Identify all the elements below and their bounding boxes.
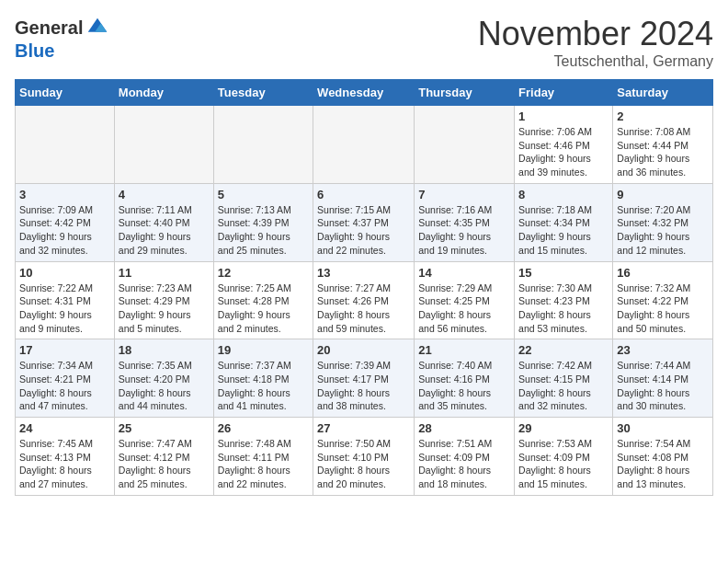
logo: General Blue (15, 15, 110, 62)
day-number: 17 (19, 343, 110, 357)
day-info: Sunrise: 7:32 AM Sunset: 4:22 PM Dayligh… (617, 282, 709, 336)
day-info: Sunrise: 7:42 AM Sunset: 4:15 PM Dayligh… (518, 359, 609, 413)
calendar-week-row: 3Sunrise: 7:09 AM Sunset: 4:42 PM Daylig… (16, 183, 713, 261)
day-info: Sunrise: 7:18 AM Sunset: 4:34 PM Dayligh… (518, 203, 609, 258)
day-number: 11 (119, 266, 210, 280)
day-number: 12 (218, 266, 309, 280)
day-number: 3 (19, 188, 110, 201)
weekday-header: Sunday (16, 80, 115, 106)
calendar-day-cell: 11Sunrise: 7:23 AM Sunset: 4:29 PM Dayli… (114, 261, 213, 339)
calendar-day-cell: 19Sunrise: 7:37 AM Sunset: 4:18 PM Dayli… (213, 339, 313, 418)
day-number: 19 (218, 343, 309, 357)
calendar-day-cell: 13Sunrise: 7:27 AM Sunset: 4:26 PM Dayli… (313, 261, 415, 339)
calendar-day-cell: 7Sunrise: 7:16 AM Sunset: 4:35 PM Daylig… (415, 183, 515, 261)
calendar-day-cell: 1Sunrise: 7:06 AM Sunset: 4:46 PM Daylig… (515, 106, 613, 184)
day-info: Sunrise: 7:39 AM Sunset: 4:17 PM Dayligh… (317, 359, 410, 413)
location-title: Teutschenthal, Germany (478, 53, 713, 70)
calendar-day-cell: 22Sunrise: 7:42 AM Sunset: 4:15 PM Dayli… (515, 339, 613, 418)
calendar-day-cell: 15Sunrise: 7:30 AM Sunset: 4:23 PM Dayli… (515, 261, 613, 339)
day-info: Sunrise: 7:06 AM Sunset: 4:46 PM Dayligh… (518, 125, 609, 179)
day-info: Sunrise: 7:48 AM Sunset: 4:11 PM Dayligh… (218, 437, 309, 491)
day-number: 20 (317, 343, 410, 357)
day-number: 18 (119, 343, 210, 357)
day-info: Sunrise: 7:25 AM Sunset: 4:28 PM Dayligh… (218, 282, 309, 336)
calendar-day-cell: 8Sunrise: 7:18 AM Sunset: 4:34 PM Daylig… (515, 183, 613, 261)
day-info: Sunrise: 7:16 AM Sunset: 4:35 PM Dayligh… (418, 203, 510, 258)
day-number: 4 (119, 188, 210, 201)
calendar-day-cell: 27Sunrise: 7:50 AM Sunset: 4:10 PM Dayli… (313, 418, 415, 496)
calendar-table: SundayMondayTuesdayWednesdayThursdayFrid… (15, 79, 713, 496)
day-info: Sunrise: 7:29 AM Sunset: 4:25 PM Dayligh… (418, 282, 510, 336)
logo-general-text: General (15, 17, 83, 39)
day-info: Sunrise: 7:47 AM Sunset: 4:12 PM Dayligh… (119, 437, 210, 491)
day-info: Sunrise: 7:54 AM Sunset: 4:08 PM Dayligh… (617, 437, 709, 491)
calendar-day-cell: 6Sunrise: 7:15 AM Sunset: 4:37 PM Daylig… (313, 183, 415, 261)
day-number: 5 (218, 188, 309, 201)
day-number: 29 (518, 421, 609, 435)
day-number: 23 (617, 343, 709, 357)
calendar-day-cell: 2Sunrise: 7:08 AM Sunset: 4:44 PM Daylig… (613, 106, 713, 184)
day-number: 30 (617, 421, 709, 435)
day-number: 15 (518, 266, 609, 280)
calendar-day-cell (114, 106, 213, 184)
calendar-day-cell: 18Sunrise: 7:35 AM Sunset: 4:20 PM Dayli… (114, 339, 213, 418)
day-info: Sunrise: 7:23 AM Sunset: 4:29 PM Dayligh… (119, 282, 210, 336)
month-title: November 2024 (478, 15, 713, 53)
day-number: 16 (617, 266, 709, 280)
calendar-day-cell: 12Sunrise: 7:25 AM Sunset: 4:28 PM Dayli… (213, 261, 313, 339)
day-info: Sunrise: 7:35 AM Sunset: 4:20 PM Dayligh… (119, 359, 210, 413)
calendar-day-cell: 30Sunrise: 7:54 AM Sunset: 4:08 PM Dayli… (613, 418, 713, 496)
weekday-header: Thursday (415, 80, 515, 106)
calendar-day-cell: 28Sunrise: 7:51 AM Sunset: 4:09 PM Dayli… (415, 418, 515, 496)
day-number: 27 (317, 421, 410, 435)
day-info: Sunrise: 7:08 AM Sunset: 4:44 PM Dayligh… (617, 125, 709, 179)
calendar-day-cell: 29Sunrise: 7:53 AM Sunset: 4:09 PM Dayli… (515, 418, 613, 496)
day-info: Sunrise: 7:22 AM Sunset: 4:31 PM Dayligh… (19, 282, 110, 336)
day-info: Sunrise: 7:15 AM Sunset: 4:37 PM Dayligh… (317, 203, 410, 258)
calendar-day-cell: 4Sunrise: 7:11 AM Sunset: 4:40 PM Daylig… (114, 183, 213, 261)
day-info: Sunrise: 7:40 AM Sunset: 4:16 PM Dayligh… (418, 359, 510, 413)
logo-icon (85, 15, 110, 40)
day-info: Sunrise: 7:34 AM Sunset: 4:21 PM Dayligh… (19, 359, 110, 413)
calendar-day-cell: 23Sunrise: 7:44 AM Sunset: 4:14 PM Dayli… (613, 339, 713, 418)
calendar-day-cell (16, 106, 115, 184)
weekday-header: Friday (515, 80, 613, 106)
day-number: 1 (518, 109, 609, 123)
day-number: 22 (518, 343, 609, 357)
day-number: 13 (317, 266, 410, 280)
weekday-header: Saturday (613, 80, 713, 106)
day-number: 25 (119, 421, 210, 435)
logo-blue-text: Blue (15, 40, 54, 62)
day-info: Sunrise: 7:53 AM Sunset: 4:09 PM Dayligh… (518, 437, 609, 491)
day-info: Sunrise: 7:20 AM Sunset: 4:32 PM Dayligh… (617, 203, 709, 258)
day-info: Sunrise: 7:44 AM Sunset: 4:14 PM Dayligh… (617, 359, 709, 413)
day-info: Sunrise: 7:51 AM Sunset: 4:09 PM Dayligh… (418, 437, 510, 491)
day-number: 9 (617, 188, 709, 201)
day-info: Sunrise: 7:27 AM Sunset: 4:26 PM Dayligh… (317, 282, 410, 336)
calendar-day-cell: 20Sunrise: 7:39 AM Sunset: 4:17 PM Dayli… (313, 339, 415, 418)
calendar-day-cell: 26Sunrise: 7:48 AM Sunset: 4:11 PM Dayli… (213, 418, 313, 496)
day-number: 8 (518, 188, 609, 201)
calendar-day-cell: 10Sunrise: 7:22 AM Sunset: 4:31 PM Dayli… (16, 261, 115, 339)
calendar-day-cell: 25Sunrise: 7:47 AM Sunset: 4:12 PM Dayli… (114, 418, 213, 496)
calendar-day-cell: 14Sunrise: 7:29 AM Sunset: 4:25 PM Dayli… (415, 261, 515, 339)
calendar-day-cell: 9Sunrise: 7:20 AM Sunset: 4:32 PM Daylig… (613, 183, 713, 261)
weekday-header: Wednesday (313, 80, 415, 106)
day-number: 7 (418, 188, 510, 201)
calendar-day-cell: 24Sunrise: 7:45 AM Sunset: 4:13 PM Dayli… (16, 418, 115, 496)
weekday-header: Monday (114, 80, 213, 106)
day-number: 10 (19, 266, 110, 280)
page-header: General Blue November 2024 Teutschenthal… (15, 15, 713, 70)
calendar-day-cell: 3Sunrise: 7:09 AM Sunset: 4:42 PM Daylig… (16, 183, 115, 261)
calendar-header-row: SundayMondayTuesdayWednesdayThursdayFrid… (16, 80, 713, 106)
calendar-day-cell: 17Sunrise: 7:34 AM Sunset: 4:21 PM Dayli… (16, 339, 115, 418)
calendar-week-row: 10Sunrise: 7:22 AM Sunset: 4:31 PM Dayli… (16, 261, 713, 339)
calendar-week-row: 24Sunrise: 7:45 AM Sunset: 4:13 PM Dayli… (16, 418, 713, 496)
day-number: 14 (418, 266, 510, 280)
calendar-day-cell: 21Sunrise: 7:40 AM Sunset: 4:16 PM Dayli… (415, 339, 515, 418)
calendar-day-cell (415, 106, 515, 184)
day-number: 26 (218, 421, 309, 435)
calendar-week-row: 17Sunrise: 7:34 AM Sunset: 4:21 PM Dayli… (16, 339, 713, 418)
day-number: 24 (19, 421, 110, 435)
calendar-day-cell: 16Sunrise: 7:32 AM Sunset: 4:22 PM Dayli… (613, 261, 713, 339)
